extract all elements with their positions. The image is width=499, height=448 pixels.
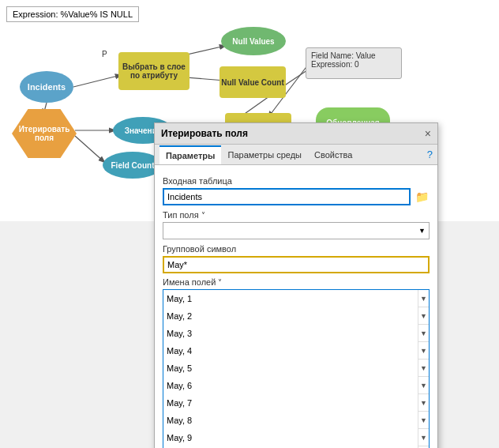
field-row-8: ▼ [163,412,429,429]
field-dropdown-7[interactable]: ▼ [418,394,429,411]
field-row-6: ▼ [163,377,429,394]
input-table-field[interactable] [163,188,411,205]
field-dropdown-9[interactable]: ▼ [418,429,429,446]
field-name-node[interactable]: Field Name: Value Expression: 0 [306,47,402,79]
field-input-5[interactable] [163,360,418,377]
field-dropdown-6[interactable]: ▼ [418,377,429,393]
incidents-node[interactable]: Incidents [20,71,73,103]
input-table-label: Входная таблица [163,176,430,186]
field-dropdown-8[interactable]: ▼ [418,412,429,428]
field-dropdown-5[interactable]: ▼ [418,360,429,376]
help-icon[interactable]: ? [427,149,433,160]
field-input-3[interactable] [163,325,418,342]
field-row-5: ▼ [163,360,429,377]
field-dropdown-1[interactable]: ▼ [418,290,429,307]
field-names-chevron: ˅ [218,278,222,287]
tab-properties[interactable]: Свойства [308,146,358,164]
folder-icon[interactable]: 📁 [414,189,430,205]
field-row-3: ▼ [163,325,429,342]
field-type-row: ▼ [163,222,430,239]
dialog-body: Входная таблица 📁 Тип поля ˅ ▼ Групповой… [155,165,437,448]
select-node[interactable]: Выбрать в слое по атрибуту [118,52,189,90]
group-symbol-field[interactable] [163,256,430,273]
tab-env-parameters[interactable]: Параметры среды [221,146,308,164]
field-row-4: ▼ [163,342,429,360]
field-row-2: ▼ [163,307,429,325]
dialog-close-button[interactable]: × [425,127,431,140]
field-row-9: ▼ [163,429,429,446]
field-input-8[interactable] [163,412,418,429]
svg-text:P: P [102,50,107,58]
dialog-title: Итерировать поля [161,128,248,139]
dialog-titlebar: Итерировать поля × [155,123,437,145]
field-dropdown-2[interactable]: ▼ [418,307,429,324]
dialog: Итерировать поля × Параметры Параметры с… [154,122,438,448]
field-row-7: ▼ [163,394,429,412]
field-type-dropdown[interactable]: ▼ [163,222,430,239]
field-input-7[interactable] [163,394,418,412]
field-input-4[interactable] [163,342,418,360]
field-input-2[interactable] [163,307,418,325]
iterate-node[interactable]: Итерировать поля [12,109,77,158]
null-count-node[interactable]: Null Value Count [219,66,286,98]
field-row-1: ▼ [163,290,429,307]
null-values-node[interactable]: Null Values [221,27,286,55]
svg-line-0 [73,75,121,87]
svg-line-3 [75,136,104,162]
expression-label: Expression: %Value% IS NULL [6,6,139,22]
field-type-arrow: ▼ [418,227,426,235]
field-dropdown-3[interactable]: ▼ [418,325,429,341]
field-names-label: Имена полей ˅ [163,277,430,287]
field-type-chevron: ˅ [201,211,205,220]
field-input-6[interactable] [163,377,418,394]
fields-list: ▼ ▼ ▼ ▼ ▼ ▼ ▼ [163,289,430,448]
dialog-tabs: Параметры Параметры среды Свойства ? [155,145,437,165]
tab-parameters[interactable]: Параметры [159,145,221,164]
group-symbol-label: Групповой символ [163,244,430,254]
group-symbol-row [163,256,430,273]
input-table-row: 📁 [163,188,430,205]
field-type-label: Тип поля ˅ [163,210,430,220]
field-dropdown-4[interactable]: ▼ [418,342,429,359]
field-input-9[interactable] [163,429,418,446]
field-input-1[interactable] [163,290,418,307]
